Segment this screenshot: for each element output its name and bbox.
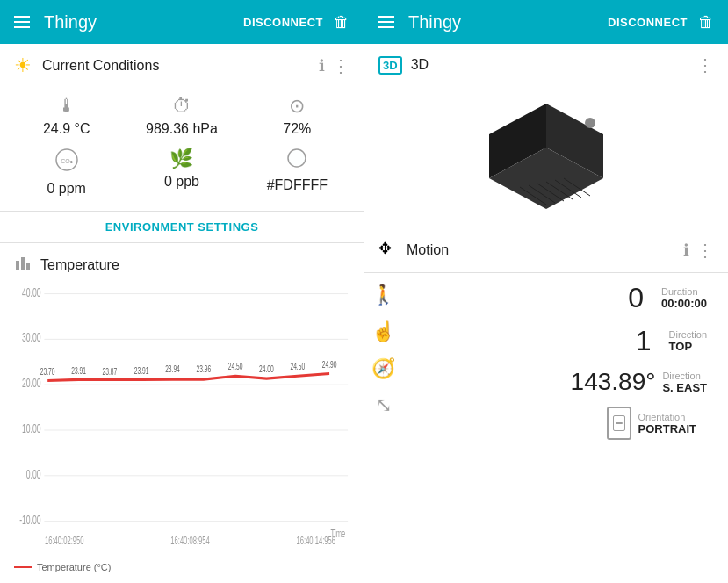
duration-time: 00:00:00 <box>661 297 707 310</box>
device-3d-view <box>364 86 728 227</box>
tvoc-value: 0 ppb <box>164 174 199 190</box>
svg-text:✥: ✥ <box>378 240 392 257</box>
direction-top: TOP <box>669 340 707 353</box>
motion-layout: 🚶 ☝ 🧭 ⤡ 0 Duration 00:00:00 <box>364 273 728 449</box>
3d-icon: 3D <box>378 56 402 75</box>
svg-text:24.90: 24.90 <box>322 360 337 371</box>
svg-text:24.00: 24.00 <box>259 363 274 374</box>
heading-labels: Direction S. EAST <box>662 371 707 394</box>
svg-text:-10.00: -10.00 <box>19 512 41 526</box>
section-3d: 3D 3D ⋮ <box>364 44 728 227</box>
temperature-chart: 40.00 30.00 20.00 10.00 0.00 -10.00 16:4… <box>14 283 350 558</box>
chart-section: Temperature 40.00 30.00 20.00 10.00 0.00… <box>0 243 364 583</box>
thermometer-icon: 🌡 <box>57 95 76 118</box>
legend-label: Temperature (°C) <box>37 562 111 572</box>
motion-duration-row: 0 Duration 00:00:00 <box>402 277 728 320</box>
svg-text:23.91: 23.91 <box>134 365 149 376</box>
humidity-icon: ⊙ <box>289 95 305 118</box>
motion-header: ✥ Motion ℹ ⋮ <box>364 227 728 273</box>
env-settings-button[interactable]: ENVIRONMENT SETTINGS <box>0 211 364 242</box>
svg-text:0.00: 0.00 <box>26 467 41 481</box>
humidity-value: 72% <box>283 121 311 137</box>
hamburger-icon-right[interactable] <box>378 16 394 28</box>
svg-rect-3 <box>16 261 19 270</box>
svg-point-35 <box>585 118 595 128</box>
temperature-item: 🌡 24.9 °C <box>14 95 119 137</box>
tvoc-icon: 🌿 <box>169 148 193 170</box>
color-value: #FDFFFF <box>267 177 328 193</box>
trash-icon-right[interactable]: 🗑 <box>698 13 714 32</box>
color-item: #FDFFFF <box>245 148 350 197</box>
conditions-title: Current Conditions <box>42 58 319 74</box>
trash-icon-left[interactable]: 🗑 <box>334 13 350 32</box>
svg-text:24.50: 24.50 <box>290 361 305 371</box>
humidity-item: ⊙ 72% <box>245 95 350 137</box>
svg-text:20.00: 20.00 <box>22 376 41 390</box>
svg-text:23.87: 23.87 <box>103 367 118 378</box>
co2-icon: CO₂ <box>54 148 79 177</box>
svg-text:40.00: 40.00 <box>22 284 41 299</box>
more-icon-3d[interactable]: ⋮ <box>696 54 714 76</box>
more-icon-conditions[interactable]: ⋮ <box>332 55 350 76</box>
heading-label: Direction <box>662 371 707 381</box>
co2-value: 0 ppm <box>47 181 85 197</box>
svg-point-2 <box>288 149 306 167</box>
chart-header: Temperature <box>14 254 350 276</box>
info-icon-conditions[interactable]: ℹ <box>319 56 325 76</box>
pressure-value: 989.36 hPa <box>146 121 218 137</box>
orientation-labels: Orientation PORTRAIT <box>638 412 696 435</box>
duration-labels: Duration 00:00:00 <box>661 286 707 310</box>
3d-title: 3D <box>411 57 696 73</box>
tap-icon: ☝ <box>371 320 395 343</box>
compass-icon: 🧭 <box>371 357 395 380</box>
co2-item: CO₂ 0 ppm <box>14 148 119 197</box>
svg-text:10.00: 10.00 <box>22 421 41 435</box>
chart-legend: Temperature (°C) <box>14 558 350 572</box>
sun-icon: ☀ <box>14 54 32 77</box>
svg-rect-5 <box>26 263 30 270</box>
direction-labels: Direction TOP <box>669 329 707 353</box>
disconnect-button-left[interactable]: DISCONNECT <box>243 16 323 29</box>
svg-text:16:40:08:954: 16:40:08:954 <box>170 535 210 546</box>
3d-header: 3D 3D ⋮ <box>364 44 728 86</box>
legend-line <box>14 566 32 568</box>
main-content: ☀ Current Conditions ℹ ⋮ 🌡 24.9 °C ⏱ 989… <box>0 44 728 583</box>
temperature-value: 24.9 °C <box>43 121 90 137</box>
motion-icons-sidebar: 🚶 ☝ 🧭 ⤡ <box>364 277 402 445</box>
direction-label: Direction <box>669 329 707 340</box>
svg-text:24.50: 24.50 <box>228 361 243 371</box>
disconnect-button-right[interactable]: DISCONNECT <box>608 16 688 29</box>
device-3d-svg <box>476 95 616 218</box>
nav-bar-left: Thingy DISCONNECT 🗑 <box>0 0 364 44</box>
pressure-item: ⏱ 989.36 hPa <box>129 95 234 137</box>
transform-icon: ⤡ <box>376 394 392 417</box>
nav-title-right: Thingy <box>408 12 608 32</box>
more-icon-motion[interactable]: ⋮ <box>696 240 714 261</box>
duration-label: Duration <box>661 286 707 297</box>
svg-text:23.70: 23.70 <box>40 367 55 378</box>
pressure-icon: ⏱ <box>172 95 191 118</box>
motion-move-icon: ✥ <box>378 238 398 262</box>
svg-text:Time: Time <box>331 529 346 540</box>
svg-text:23.94: 23.94 <box>165 363 180 374</box>
svg-text:23.96: 23.96 <box>196 363 211 374</box>
walk-icon: 🚶 <box>371 284 395 306</box>
direction-value: 1 <box>608 325 652 357</box>
svg-text:23.91: 23.91 <box>71 365 86 376</box>
motion-section: ✥ Motion ℹ ⋮ 🚶 ☝ 🧭 ⤡ <box>364 227 728 583</box>
svg-text:30.00: 30.00 <box>22 330 41 344</box>
hamburger-icon-left[interactable] <box>14 16 30 28</box>
svg-rect-4 <box>21 257 25 270</box>
motion-data-area: 0 Duration 00:00:00 1 <box>402 277 728 445</box>
svg-text:16:40:14:956: 16:40:14:956 <box>297 535 336 546</box>
orientation-label: Orientation <box>638 412 696 422</box>
nav-container: Thingy DISCONNECT 🗑 Thingy DISCONNECT 🗑 <box>0 0 728 44</box>
heading-direction: S. EAST <box>662 381 707 394</box>
motion-orientation-row: Orientation PORTRAIT <box>402 401 728 445</box>
chart-area: 40.00 30.00 20.00 10.00 0.00 -10.00 16:4… <box>14 283 350 558</box>
info-icon-motion[interactable]: ℹ <box>683 241 689 260</box>
conditions-section: ☀ Current Conditions ℹ ⋮ 🌡 24.9 °C ⏱ 989… <box>0 44 364 243</box>
chart-bar-icon <box>14 254 32 276</box>
svg-text:CO₂: CO₂ <box>61 158 73 164</box>
duration-value: 0 <box>600 282 644 314</box>
